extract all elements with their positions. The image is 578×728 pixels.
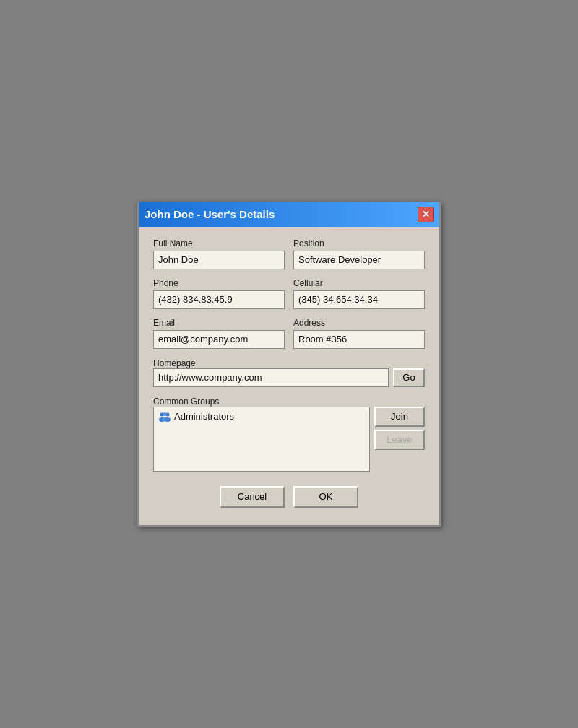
footer-buttons: Cancel OK (153, 483, 425, 514)
groups-buttons: Join Leave (374, 407, 425, 450)
phone-input[interactable] (153, 290, 285, 309)
leave-button: Leave (374, 430, 425, 450)
svg-point-5 (165, 417, 171, 422)
email-label: Email (153, 318, 285, 328)
groups-content: Administrators Join Leave (153, 407, 425, 472)
phone-group: Phone (153, 278, 285, 309)
dialog-content: Full Name Position Phone Cellular Email (139, 227, 439, 525)
groups-list[interactable]: Administrators (153, 407, 370, 472)
user-details-dialog: John Doe - User's Details ✕ Full Name Po… (137, 202, 441, 526)
title-bar: John Doe - User's Details ✕ (139, 202, 439, 227)
position-group: Position (293, 238, 425, 269)
position-label: Position (293, 238, 425, 248)
address-input[interactable] (293, 330, 425, 349)
full-name-label: Full Name (153, 238, 285, 248)
row-name-position: Full Name Position (153, 238, 425, 269)
homepage-input-group: Go (153, 368, 425, 387)
address-group: Address (293, 318, 425, 349)
cancel-button[interactable]: Cancel (220, 486, 285, 508)
row-email-address: Email Address (153, 318, 425, 349)
cellular-label: Cellular (293, 278, 425, 288)
people-icon (158, 411, 171, 422)
homepage-row: Homepage Go (153, 358, 425, 387)
cellular-group: Cellular (293, 278, 425, 309)
close-button[interactable]: ✕ (418, 207, 434, 222)
homepage-label: Homepage (153, 358, 196, 368)
groups-label: Common Groups (153, 396, 219, 407)
address-label: Address (293, 318, 425, 328)
go-button[interactable]: Go (393, 368, 425, 387)
email-input[interactable] (153, 330, 285, 349)
ok-button[interactable]: OK (293, 486, 358, 508)
full-name-input[interactable] (153, 251, 285, 269)
position-input[interactable] (293, 251, 425, 269)
cellular-input[interactable] (293, 290, 425, 309)
join-button[interactable]: Join (374, 407, 425, 427)
svg-point-4 (166, 412, 170, 416)
group-name: Administrators (174, 411, 234, 422)
homepage-input[interactable] (153, 368, 389, 387)
dialog-title: John Doe - User's Details (144, 208, 418, 220)
phone-label: Phone (153, 278, 285, 288)
groups-row: Common Groups (153, 396, 425, 472)
row-phone-cellular: Phone Cellular (153, 278, 425, 309)
full-name-group: Full Name (153, 238, 285, 269)
email-group: Email (153, 318, 285, 349)
list-item: Administrators (158, 410, 365, 423)
